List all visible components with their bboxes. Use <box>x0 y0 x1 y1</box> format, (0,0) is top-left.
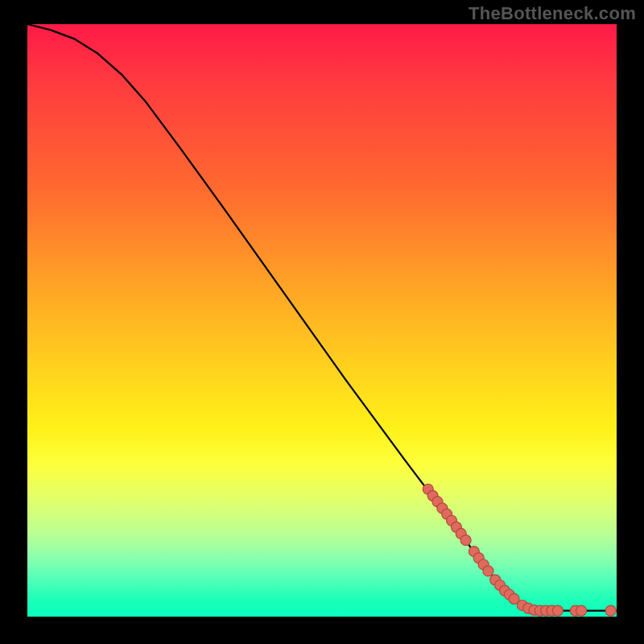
data-marker <box>483 566 493 576</box>
data-marker <box>552 605 563 616</box>
bottleneck-curve <box>27 24 617 611</box>
plot-area <box>27 24 617 617</box>
curve-svg <box>27 24 617 617</box>
watermark-text: TheBottleneck.com <box>469 3 636 24</box>
data-marker <box>460 535 471 546</box>
data-marker <box>576 605 587 616</box>
chart-frame: TheBottleneck.com <box>0 0 644 644</box>
data-marker <box>605 605 616 616</box>
data-markers <box>423 484 616 616</box>
